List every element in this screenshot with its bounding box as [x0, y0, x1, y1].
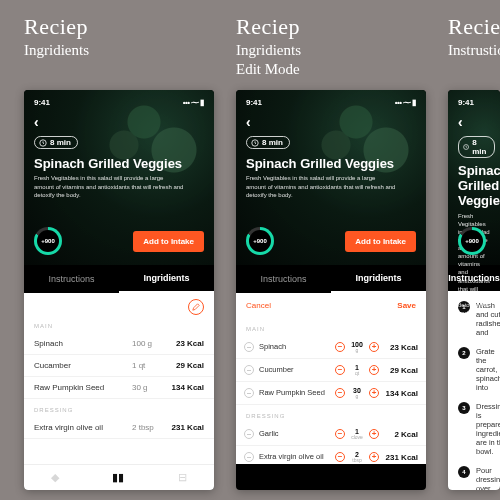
- recipe-title: Spinach Grilled Veggies: [246, 157, 416, 172]
- clock-icon: [251, 139, 259, 147]
- quantity-stepper: − 1clove +: [335, 428, 379, 440]
- tab-instructions[interactable]: Instructions: [24, 265, 119, 293]
- instruction-item: 4Pour dressing over vegitables, salad is…: [458, 466, 490, 490]
- tab-ingredients[interactable]: Ingridients: [119, 265, 214, 293]
- calorie-value: +900: [253, 238, 267, 244]
- add-to-intake-button[interactable]: Add to Intake: [133, 231, 204, 252]
- recipe-title: Spinach Grilled Veggies: [34, 157, 204, 172]
- ingredient-name: Extra virgin olive oil: [259, 453, 330, 461]
- back-button[interactable]: ‹: [458, 114, 490, 130]
- ingredient-row: Extra virgin olive oil 2 tbsp 231 Kcal: [24, 417, 214, 439]
- ingredients-panel: MAIN Spinach 100 g 23 Kcal Cucamber 1 qt…: [24, 293, 214, 464]
- calorie-value: +900: [41, 238, 55, 244]
- increment-button[interactable]: +: [369, 429, 379, 439]
- remove-button[interactable]: [244, 342, 254, 352]
- remove-button[interactable]: [244, 388, 254, 398]
- ingredient-name: Raw Pumpkin Seed: [34, 383, 132, 392]
- remove-button[interactable]: [244, 452, 254, 462]
- cancel-button[interactable]: Cancel: [246, 301, 271, 310]
- status-bar: 9:41: [458, 96, 490, 108]
- quantity-stepper: − 2tbsp +: [335, 451, 379, 463]
- remove-button[interactable]: [244, 365, 254, 375]
- calorie-ring: +900: [34, 227, 62, 255]
- hero: 9:41 ••• ⁓ ▮ ‹ 8 min Spinach Grilled Veg…: [236, 90, 426, 265]
- ingredient-edit-row: Cucumber − 1qt + 29 Kcal: [236, 359, 426, 382]
- ingredient-row: Raw Pumpkin Seed 30 g 134 Kcal: [24, 377, 214, 399]
- step-text: Dressing is prepared, ingredients are in…: [476, 402, 500, 456]
- cook-time-pill: 8 min: [34, 136, 78, 149]
- ingredient-edit-row: Raw Pumpkin Seed − 30g + 134 Kcal: [236, 382, 426, 405]
- cook-time-pill: 8 min: [458, 136, 495, 158]
- ingredients-edit-panel: Cancel Save MAIN Spinach − 100g + 23 Kca…: [236, 293, 426, 464]
- phone-ingredients-edit: 9:41 ••• ⁓ ▮ ‹ 8 min Spinach Grilled Veg…: [236, 90, 426, 490]
- edit-button[interactable]: [188, 299, 204, 315]
- increment-button[interactable]: +: [369, 388, 379, 398]
- artboard-subtitle: Ingridients: [236, 42, 301, 59]
- status-bar: 9:41 ••• ⁓ ▮: [246, 96, 416, 108]
- back-button[interactable]: ‹: [34, 114, 204, 130]
- nav-workout-icon[interactable]: ⊟: [178, 471, 187, 484]
- increment-button[interactable]: +: [369, 365, 379, 375]
- save-button[interactable]: Save: [397, 301, 416, 310]
- status-time: 9:41: [34, 98, 50, 107]
- nav-profile-icon[interactable]: ◆: [51, 471, 59, 484]
- step-number: 4: [458, 466, 470, 478]
- tab-ingredients[interactable]: Ingridients: [331, 265, 426, 293]
- ingredient-kcal: 134 Kcal: [384, 389, 418, 398]
- decrement-button[interactable]: −: [335, 388, 345, 398]
- bottom-nav: ◆ ▮▮ ⊟: [24, 464, 214, 490]
- ingredient-kcal: 2 Kcal: [384, 430, 418, 439]
- ingredient-kcal: 29 Kcal: [384, 366, 418, 375]
- step-number: 2: [458, 347, 470, 359]
- increment-button[interactable]: +: [369, 342, 379, 352]
- quantity-value: 1qt: [347, 364, 367, 376]
- ingredient-kcal: 29 Kcal: [166, 361, 204, 370]
- back-button[interactable]: ‹: [246, 114, 416, 130]
- artboard-subtitle-2: Edit Mode: [236, 61, 301, 78]
- recipe-title: Spinach Grilled Veggies: [458, 164, 490, 209]
- quantity-value: 100g: [347, 341, 367, 353]
- step-number: 3: [458, 402, 470, 414]
- instruction-item: 2Grate the carrot, spinach into: [458, 347, 490, 392]
- calorie-ring: +900: [246, 227, 274, 255]
- section-main: MAIN: [236, 318, 426, 336]
- section-dressing: DRESSING: [236, 405, 426, 423]
- clock-icon: [463, 143, 469, 151]
- decrement-button[interactable]: −: [335, 342, 345, 352]
- cook-time: 8 min: [262, 138, 283, 147]
- quantity-stepper: − 30g +: [335, 387, 379, 399]
- tab-instructions[interactable]: Instructions: [236, 265, 331, 293]
- artboard-title: Reciep: [448, 14, 500, 40]
- ingredient-name: Spinach: [259, 343, 330, 351]
- recipe-description: Fresh Vegitables in this salad will prov…: [34, 174, 184, 198]
- status-time: 9:41: [458, 98, 474, 107]
- pencil-icon: [192, 303, 200, 311]
- ingredient-edit-row: Spinach − 100g + 23 Kcal: [236, 336, 426, 359]
- decrement-button[interactable]: −: [335, 452, 345, 462]
- section-main: MAIN: [24, 315, 214, 333]
- artboard-label-2: Reciep Ingridients Edit Mode: [236, 14, 301, 78]
- hero: 9:41 ‹ 8 min Spinach Grilled Veggies Fre…: [448, 90, 500, 265]
- instruction-list: 1Wash and cut radishes and 2Grate the ca…: [448, 293, 500, 490]
- ingredient-edit-row: Garlic − 1clove + 2 Kcal: [236, 423, 426, 446]
- recipe-description: Fresh Vegitables in this salad will prov…: [246, 174, 396, 198]
- clock-icon: [39, 139, 47, 147]
- increment-button[interactable]: +: [369, 452, 379, 462]
- ingredient-kcal: 134 Kcal: [166, 383, 204, 392]
- instructions-panel: 1Wash and cut radishes and 2Grate the ca…: [448, 293, 500, 490]
- nav-food-icon[interactable]: ▮▮: [112, 471, 124, 484]
- add-to-intake-button[interactable]: Add to Intake: [345, 231, 416, 252]
- step-text: Grate the carrot, spinach into: [476, 347, 500, 392]
- cook-time: 8 min: [472, 138, 488, 156]
- section-dressing: DRESSING: [24, 399, 214, 417]
- decrement-button[interactable]: −: [335, 365, 345, 375]
- quantity-value: 1clove: [347, 428, 367, 440]
- ingredient-row: Cucamber 1 qt 29 Kcal: [24, 355, 214, 377]
- decrement-button[interactable]: −: [335, 429, 345, 439]
- remove-button[interactable]: [244, 429, 254, 439]
- ingredient-name: Extra virgin olive oil: [34, 423, 132, 432]
- status-time: 9:41: [246, 98, 262, 107]
- ingredient-name: Cucamber: [34, 361, 132, 370]
- tabs: Instructions Ingridients: [24, 265, 214, 293]
- ingredient-row: Spinach 100 g 23 Kcal: [24, 333, 214, 355]
